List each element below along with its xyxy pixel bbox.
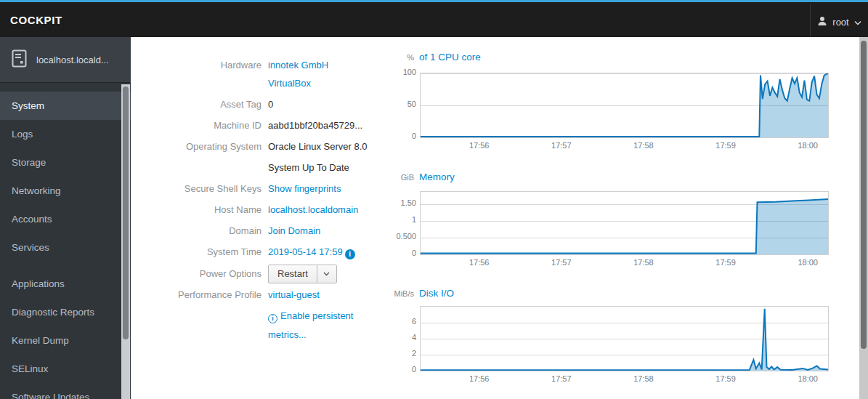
- disk-unit-label: MiB/s: [381, 289, 414, 298]
- asset-tag-value: 0: [268, 99, 273, 110]
- memory-chart-title-link[interactable]: Memory: [419, 172, 455, 182]
- sidebar-item-services[interactable]: Services: [0, 233, 131, 262]
- chevron-down-icon: [854, 17, 861, 28]
- x-axis-tick-label: 17:57: [545, 141, 577, 150]
- machine-id-row: Machine ID aabd1bbf20ba45729...: [131, 120, 362, 132]
- power-options-label: Power Options: [131, 265, 261, 283]
- hostname-label: Host Name: [131, 204, 261, 216]
- cpu-plot-area: [420, 73, 829, 138]
- join-domain-link[interactable]: Join Domain: [268, 225, 320, 236]
- y-axis-tick-label: 50: [381, 100, 416, 108]
- sidebar-item-applications[interactable]: Applications: [0, 270, 131, 298]
- sidebar-item-accounts[interactable]: Accounts: [0, 205, 131, 233]
- memory-unit-label: GiB: [381, 173, 414, 182]
- show-fingerprints-link[interactable]: Show fingerprints: [268, 183, 341, 194]
- os-row: Operating System Oracle Linux Server 8.0: [131, 141, 368, 153]
- os-value: Oracle Linux Server 8.0: [268, 141, 368, 153]
- machine-id-value: aabd1bbf20ba45729...: [268, 120, 362, 132]
- y-axis-tick-label: 2: [381, 349, 416, 358]
- system-overview-page: Hardware innotek GmbH VirtualBox Asset T…: [131, 37, 868, 399]
- disk-io-chart: MiB/s Disk I/O 024617:5617:5717:5817:591…: [381, 288, 846, 399]
- cockpit-app: COCKPIT root localhost.locald... System …: [0, 0, 868, 399]
- sidebar-scrollbar[interactable]: [121, 84, 130, 399]
- sidebar-item-diagnostic-reports[interactable]: Diagnostic Reports: [0, 298, 131, 326]
- sidebar-item-logs[interactable]: Logs: [0, 120, 131, 148]
- info-icon: i: [345, 249, 355, 259]
- performance-profile-label: Performance Profile: [131, 289, 261, 301]
- ssh-keys-row: Secure Shell Keys Show fingerprints: [131, 183, 341, 195]
- cpu-chart-title-link[interactable]: of 1 CPU core: [419, 52, 481, 63]
- disk-plot-area: [420, 306, 829, 371]
- y-axis-tick-label: 6: [381, 317, 416, 326]
- user-name: root: [832, 17, 848, 28]
- x-axis-tick-label: 18:00: [792, 374, 824, 383]
- enable-metrics-link[interactable]: iEnable persistent metrics...: [268, 310, 353, 340]
- x-axis-tick-label: 17:57: [545, 258, 577, 267]
- sidebar-item-networking[interactable]: Networking: [0, 177, 131, 205]
- y-axis-tick-label: 1: [381, 215, 416, 224]
- y-axis-tick-label: 1.50: [381, 198, 416, 207]
- power-split-button: Restart: [268, 265, 337, 283]
- memory-chart: GiB Memory 00.50011.5017:5617:5717:5817:…: [381, 172, 846, 284]
- hostname-row: Host Name localhost.localdomain: [131, 204, 358, 216]
- hardware-vendor-link[interactable]: innotek GmbH: [268, 60, 328, 70]
- hardware-model-link[interactable]: VirtualBox: [268, 78, 311, 89]
- info-outline-icon: i: [268, 314, 277, 323]
- asset-tag-label: Asset Tag: [131, 99, 261, 110]
- y-axis-tick-label: 4: [381, 333, 416, 342]
- sidebar-item-software-updates[interactable]: Software Updates: [0, 383, 131, 399]
- sidebar-item-selinux[interactable]: SELinux: [0, 355, 131, 383]
- x-axis-tick-label: 17:56: [463, 374, 495, 383]
- performance-profile-row: Performance Profile virtual-guest: [131, 289, 320, 301]
- cpu-unit-label: %: [381, 53, 414, 62]
- y-axis-tick-label: 0: [381, 365, 416, 374]
- memory-plot-area: [420, 191, 829, 255]
- user-icon: [817, 16, 827, 28]
- system-time-row: System Time 2019-05-14 17:59i: [131, 246, 355, 259]
- host-name-label: localhost.locald...: [36, 55, 109, 65]
- x-axis-tick-label: 17:59: [710, 141, 742, 150]
- domain-row: Domain Join Domain: [131, 225, 320, 237]
- machine-id-label: Machine ID: [131, 120, 261, 132]
- power-options-row: Power Options Restart: [131, 265, 337, 283]
- page-scrollbar[interactable]: [859, 37, 868, 399]
- cpu-chart: % of 1 CPU core 05010017:5617:5717:5817:…: [381, 52, 846, 168]
- disk-chart-title-link[interactable]: Disk I/O: [419, 288, 454, 299]
- x-axis-tick-label: 17:56: [463, 258, 495, 267]
- persistent-metrics-row: iEnable persistent metrics...: [131, 307, 362, 344]
- page-scrollbar-thumb[interactable]: [861, 41, 867, 349]
- x-axis-tick-label: 17:58: [628, 141, 660, 150]
- y-axis-tick-label: 0: [381, 132, 416, 140]
- restart-button[interactable]: Restart: [269, 265, 317, 283]
- x-axis-tick-label: 18:00: [792, 141, 824, 150]
- x-axis-tick-label: 18:00: [792, 258, 824, 267]
- hardware-label: Hardware: [131, 60, 261, 71]
- y-axis-tick-label: 0.500: [381, 232, 416, 241]
- sidebar-item-kernel-dump[interactable]: Kernel Dump: [0, 326, 131, 355]
- sidebar-item-storage[interactable]: Storage: [0, 148, 131, 177]
- sidebar-item-system[interactable]: System: [0, 92, 131, 120]
- x-axis-tick-label: 17:57: [545, 374, 577, 383]
- x-axis-tick-label: 17:58: [628, 374, 660, 383]
- sidebar: localhost.locald... System Logs Storage …: [0, 37, 131, 399]
- system-time-label: System Time: [131, 246, 261, 259]
- power-dropdown-toggle[interactable]: [317, 265, 336, 283]
- ssh-keys-label: Secure Shell Keys: [131, 183, 261, 195]
- y-axis-tick-label: 100: [381, 68, 416, 76]
- system-time-link[interactable]: 2019-05-14 17:59i: [268, 246, 355, 257]
- performance-profile-link[interactable]: virtual-guest: [268, 289, 320, 300]
- hardware-model-row: VirtualBox: [131, 78, 311, 89]
- os-label: Operating System: [131, 141, 261, 153]
- x-axis-tick-label: 17:59: [710, 374, 742, 383]
- host-switcher[interactable]: localhost.locald...: [0, 37, 131, 83]
- hostname-link[interactable]: localhost.localdomain: [268, 204, 358, 215]
- sidebar-scrollbar-thumb[interactable]: [123, 86, 129, 339]
- server-icon: [12, 49, 27, 70]
- x-axis-tick-label: 17:58: [628, 258, 660, 267]
- cockpit-logo: COCKPIT: [0, 14, 62, 26]
- sidebar-nav: System Logs Storage Networking Accounts …: [0, 83, 131, 399]
- asset-tag-row: Asset Tag 0: [131, 99, 273, 110]
- user-menu[interactable]: root: [810, 4, 868, 39]
- top-bar: COCKPIT root: [0, 0, 868, 37]
- x-axis-tick-label: 17:56: [463, 141, 495, 150]
